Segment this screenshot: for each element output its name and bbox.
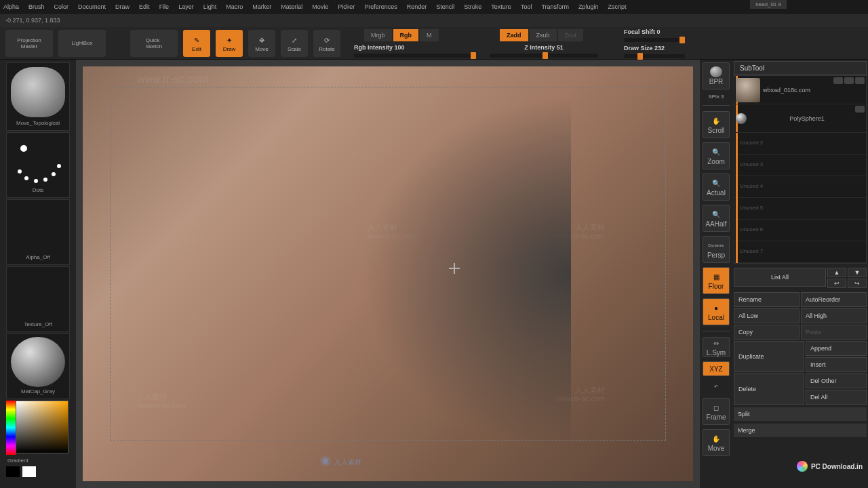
delete-button[interactable]: Delete [734, 373, 804, 405]
menu-light[interactable]: Light [203, 3, 217, 10]
undo-icon[interactable]: ↶ [703, 380, 730, 394]
duplicate-button[interactable]: Duplicate [734, 341, 804, 372]
zsub-button[interactable]: Zsub [530, 29, 557, 41]
rgb-intensity-slider[interactable] [354, 54, 476, 58]
menu-material[interactable]: Material [281, 3, 302, 10]
edit-mode-button[interactable]: ✎Edit [183, 30, 210, 57]
del-other-button[interactable]: Del Other [806, 373, 867, 388]
xyz-button[interactable]: XYZ [703, 361, 730, 376]
lightbox-button[interactable]: LightBox [58, 30, 106, 57]
zoom-button[interactable]: 🔍Zoom [703, 142, 730, 169]
rgb-button[interactable]: Rgb [393, 29, 419, 41]
menu-zplugin[interactable]: Zplugin [578, 3, 599, 10]
move-up-button[interactable]: ▲ [827, 268, 846, 277]
menu-file[interactable]: File [159, 3, 170, 10]
all-high-button[interactable]: All High [801, 308, 867, 323]
lsym-button[interactable]: ⇔L.Sym [703, 337, 730, 357]
move-mode-button[interactable]: ✥Move [248, 30, 275, 57]
m-button[interactable]: M [420, 29, 439, 41]
menu-document[interactable]: Document [78, 3, 106, 10]
move-down-button[interactable]: ▼ [848, 268, 867, 277]
menu-tool[interactable]: Tool [521, 3, 532, 10]
menu-texture[interactable]: Texture [491, 3, 511, 10]
hue-slider[interactable] [6, 401, 16, 455]
paste-button[interactable]: Paste [801, 325, 867, 340]
move-view-button[interactable]: ✋Move [703, 429, 730, 456]
eye-icon[interactable] [855, 106, 865, 113]
material-palette[interactable]: MatCap_Gray [6, 333, 70, 399]
menu-preferences[interactable]: Preferences [364, 3, 397, 10]
zcut-button[interactable]: Zcut [558, 29, 584, 41]
menu-zscript[interactable]: Zscript [608, 3, 627, 10]
persp-button[interactable]: DynamicPersp [703, 236, 730, 263]
gradient-label[interactable]: Gradient [6, 456, 70, 465]
del-all-button[interactable]: Del All [806, 390, 867, 405]
projection-master-button[interactable]: Projection Master [5, 30, 53, 57]
rename-button[interactable]: Rename [734, 292, 800, 307]
saturation-value-picker[interactable] [16, 401, 68, 453]
menu-alpha[interactable]: Alpha [3, 3, 19, 10]
arrow-left-button[interactable]: ↩ [827, 279, 846, 288]
actual-button[interactable]: 🔍Actual [703, 174, 730, 201]
split-section[interactable]: Split [734, 407, 867, 421]
list-all-button[interactable]: List All [734, 268, 826, 287]
draw-mode-button[interactable]: ✦Draw [216, 30, 243, 57]
all-low-button[interactable]: All Low [734, 308, 800, 323]
mrgb-button[interactable]: Mrgb [364, 29, 392, 41]
focal-shift-slider[interactable] [624, 38, 685, 42]
menu-movie[interactable]: Movie [312, 3, 328, 10]
paint-icon[interactable] [833, 77, 843, 84]
swatch-black[interactable] [6, 466, 20, 477]
menu-marker[interactable]: Marker [252, 3, 271, 10]
floor-icon: ▦ [710, 271, 722, 282]
frame-button[interactable]: ◻Frame [703, 398, 730, 425]
scroll-button[interactable]: ✋Scroll [703, 111, 730, 138]
menu-macro[interactable]: Macro [226, 3, 243, 10]
append-button[interactable]: Append [806, 341, 867, 356]
menu-stencil[interactable]: Stencil [436, 3, 454, 10]
spix-label[interactable]: SPix 3 [703, 94, 730, 100]
insert-button[interactable]: Insert [806, 357, 867, 372]
bpr-button[interactable]: BPR [703, 62, 730, 89]
subtool-item[interactable]: wbxad_018c.com [734, 76, 866, 104]
floor-button[interactable]: ▦Floor [703, 267, 730, 294]
swatch-white[interactable] [22, 466, 36, 477]
quicksketch-button[interactable]: Quick Sketch [130, 30, 178, 57]
brush-palette[interactable]: Move_Topological [6, 62, 70, 131]
menu-brush[interactable]: Brush [28, 3, 45, 10]
menu-render[interactable]: Render [407, 3, 427, 10]
merge-section[interactable]: Merge [734, 424, 867, 437]
rotate-mode-button[interactable]: ⟳Rotate [313, 30, 340, 57]
file-tab[interactable]: head_01 8 [750, 0, 787, 9]
menu-picker[interactable]: Picker [338, 3, 355, 10]
subtool-list: wbxad_018c.com PolySphere1 Unused 2 Unus… [734, 75, 867, 264]
eye-icon[interactable] [855, 77, 865, 84]
color-picker[interactable] [6, 401, 70, 455]
subtool-header[interactable]: SubTool [734, 61, 867, 75]
draw-size-slider[interactable] [624, 54, 685, 58]
menu-layer[interactable]: Layer [178, 3, 194, 10]
menu-edit[interactable]: Edit [139, 3, 150, 10]
texture-palette[interactable]: Texture_Off [6, 266, 70, 332]
menu-draw[interactable]: Draw [115, 3, 130, 10]
aahalf-button[interactable]: 🔍AAHalf [703, 205, 730, 232]
alpha-palette[interactable]: Alpha_Off [6, 199, 70, 265]
pcdownload-logo-icon [797, 461, 808, 472]
poly-icon[interactable] [844, 77, 854, 84]
material-preview-icon [11, 337, 65, 387]
local-button[interactable]: ●Local [703, 298, 730, 325]
z-intensity-slider[interactable] [490, 54, 598, 58]
scale-mode-button[interactable]: ⤢Scale [281, 30, 308, 57]
menu-stroke[interactable]: Stroke [464, 3, 481, 10]
canvas[interactable]: www.rr-sc.com 人人素材 www.rr-sc.com 人人素材 ww… [76, 60, 700, 488]
menu-transform[interactable]: Transform [541, 3, 569, 10]
copy-button[interactable]: Copy [734, 325, 800, 340]
watermark: 人人素材 [137, 392, 167, 402]
zadd-button[interactable]: Zadd [500, 29, 528, 41]
subtool-panel: SubTool wbxad_018c.com PolySphere1 Unuse… [732, 60, 868, 488]
menu-color[interactable]: Color [54, 3, 69, 10]
autoreorder-button[interactable]: AutoReorder [801, 292, 867, 307]
stroke-palette[interactable]: Dots [6, 132, 70, 198]
subtool-item[interactable]: PolySphere1 [734, 104, 866, 133]
arrow-right-button[interactable]: ↪ [848, 279, 867, 288]
